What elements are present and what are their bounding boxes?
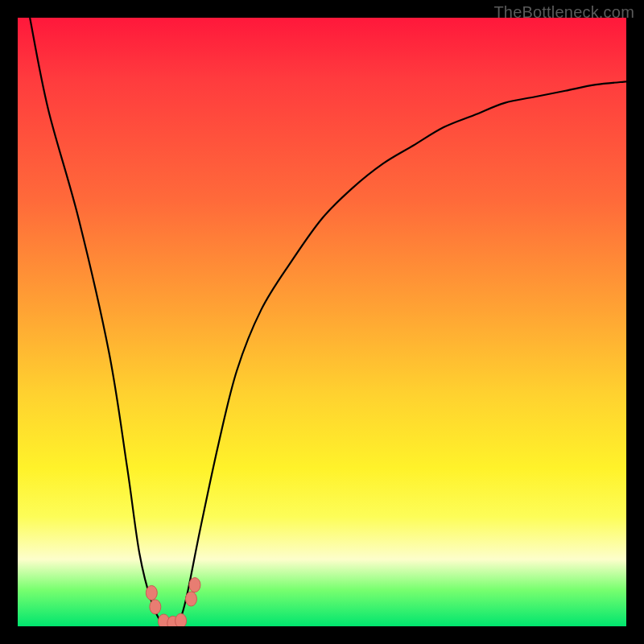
marker-g — [189, 578, 200, 592]
data-markers — [146, 578, 200, 626]
marker-a — [146, 585, 157, 600]
marker-b — [150, 600, 161, 614]
watermark-text: TheBottleneck.com — [493, 3, 634, 22]
bottleneck-curve — [30, 18, 626, 626]
marker-e — [175, 613, 187, 626]
plot-area — [18, 18, 626, 626]
chart-frame: TheBottleneck.com — [0, 0, 644, 644]
curve-layer — [18, 18, 626, 626]
marker-f — [185, 592, 196, 606]
